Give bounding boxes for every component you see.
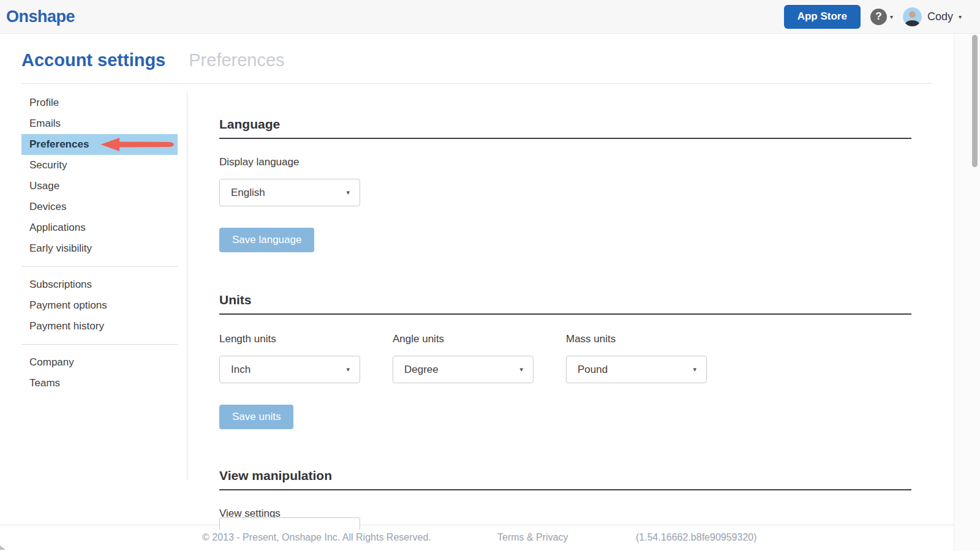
length-units-field: Length units Inch ▾ <box>219 333 360 383</box>
sidebar-item-applications[interactable]: Applications <box>21 217 178 238</box>
save-units-button[interactable]: Save units <box>219 405 293 429</box>
sidebar-item-payment-history[interactable]: Payment history <box>21 316 178 337</box>
top-bar: Onshape App Store ? ▾ Cody ▾ <box>0 0 980 34</box>
sidebar-item-payment-options[interactable]: Payment options <box>21 295 178 316</box>
sidebar-item-early-visibility[interactable]: Early visibility <box>21 238 178 259</box>
sidebar-item-label: Preferences <box>29 138 89 150</box>
angle-units-label: Angle units <box>393 333 533 345</box>
mass-units-label: Mass units <box>566 333 707 345</box>
page-body: Profile Emails Preferences Security Usag… <box>0 92 980 520</box>
sidebar-item-preferences[interactable]: Preferences <box>21 134 178 155</box>
terms-privacy-link[interactable]: Terms & Privacy <box>497 532 568 543</box>
page-title-row: Account settings Preferences <box>0 34 980 70</box>
user-name-label: Cody <box>927 10 953 23</box>
avatar-image <box>903 7 922 26</box>
mass-units-select[interactable]: Pound ▾ <box>566 356 707 383</box>
sidebar-item-subscriptions[interactable]: Subscriptions <box>21 274 178 295</box>
page-footer: © 2013 - Present, Onshape Inc. All Right… <box>0 525 954 551</box>
sidebar-divider <box>21 344 178 345</box>
mass-units-field: Mass units Pound ▾ <box>566 333 707 383</box>
save-language-button[interactable]: Save language <box>219 228 314 252</box>
units-section-title: Units <box>219 293 911 315</box>
language-section-title: Language <box>219 117 911 139</box>
help-icon[interactable]: ? <box>870 9 887 25</box>
caret-down-icon: ▾ <box>346 189 350 197</box>
version-text: (1.54.16662.b8fe90959320) <box>636 532 757 543</box>
select-value: Pound <box>578 364 608 376</box>
avatar[interactable] <box>903 7 922 26</box>
units-fields-row: Length units Inch ▾ Angle units Degree ▾… <box>219 333 980 383</box>
scrollbar-thumb[interactable] <box>972 35 978 167</box>
view-manipulation-section-title: View manipulation <box>219 468 911 490</box>
angle-units-select[interactable]: Degree ▾ <box>393 356 533 383</box>
red-arrow-icon <box>99 137 176 152</box>
length-units-label: Length units <box>219 333 360 345</box>
sidebar-divider <box>21 266 178 267</box>
preferences-content: Language Display language English ▾ Save… <box>187 92 980 520</box>
title-divider <box>21 83 932 84</box>
settings-sidebar: Profile Emails Preferences Security Usag… <box>21 92 178 520</box>
display-language-select[interactable]: English ▾ <box>219 179 360 206</box>
chevron-down-icon: ▾ <box>890 13 893 20</box>
sidebar-item-emails[interactable]: Emails <box>21 113 178 134</box>
topbar-right-group: App Store ? ▾ Cody ▾ <box>784 5 962 29</box>
user-menu[interactable]: Cody ▾ <box>903 7 962 26</box>
sidebar-item-profile[interactable]: Profile <box>21 92 178 113</box>
app-store-button[interactable]: App Store <box>784 5 861 29</box>
sidebar-item-devices[interactable]: Devices <box>21 197 178 217</box>
sidebar-item-teams[interactable]: Teams <box>21 373 178 394</box>
select-value: Degree <box>404 364 439 376</box>
help-menu[interactable]: ? ▾ <box>870 9 893 25</box>
scrollbar-track <box>954 34 980 551</box>
sidebar-item-company[interactable]: Company <box>21 352 178 373</box>
caret-down-icon: ▾ <box>519 365 523 373</box>
sidebar-item-security[interactable]: Security <box>21 155 178 176</box>
chevron-down-icon: ▾ <box>959 13 962 20</box>
view-settings-select[interactable] <box>219 517 360 530</box>
page-title: Account settings <box>21 50 165 70</box>
select-value: English <box>231 187 265 199</box>
select-value: Inch <box>231 364 251 376</box>
angle-units-field: Angle units Degree ▾ <box>393 333 533 383</box>
page-subtitle: Preferences <box>189 50 284 70</box>
onshape-logo[interactable]: Onshape <box>6 7 75 26</box>
copyright-text: © 2013 - Present, Onshape Inc. All Right… <box>202 532 431 543</box>
caret-down-icon: ▾ <box>693 365 696 373</box>
sidebar-item-usage[interactable]: Usage <box>21 176 178 197</box>
caret-down-icon: ▾ <box>346 365 350 373</box>
length-units-select[interactable]: Inch ▾ <box>219 356 360 383</box>
display-language-label: Display language <box>219 156 980 168</box>
mouse-cursor <box>0 545 6 550</box>
